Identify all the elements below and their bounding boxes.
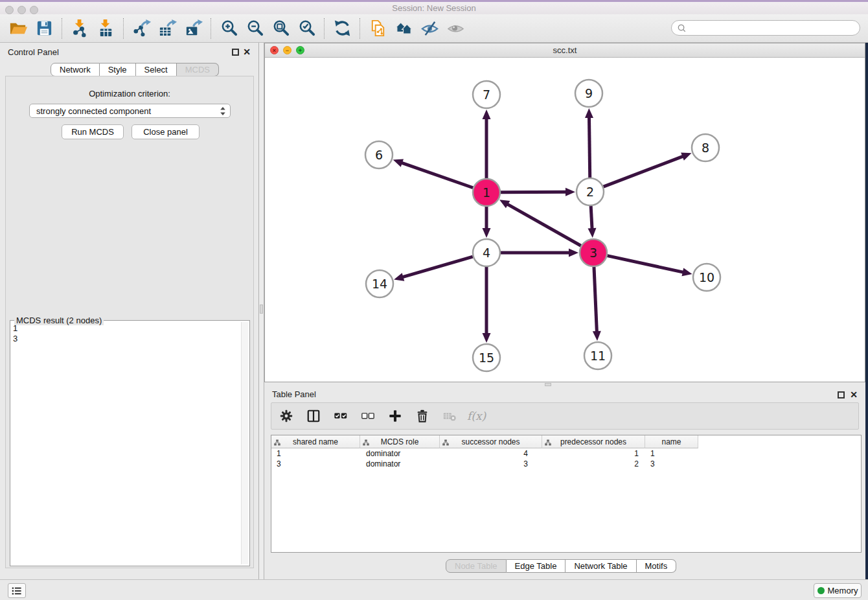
duplicate-network-button[interactable] — [365, 17, 391, 40]
export-network-button[interactable] — [128, 17, 154, 40]
search-box[interactable] — [671, 20, 860, 36]
first-neighbors-button[interactable] — [391, 17, 417, 40]
graph-node-7[interactable]: 7 — [473, 81, 500, 108]
table-panel-float-button[interactable] — [838, 391, 845, 398]
graph-node-8[interactable]: 8 — [692, 134, 719, 161]
column-header-shared-name[interactable]: shared name — [271, 435, 360, 448]
control-panel-close-button[interactable]: ✕ — [243, 47, 251, 57]
hide-selected-button[interactable] — [417, 17, 442, 40]
table-cell[interactable]: 3 — [271, 459, 360, 469]
graph-node-6[interactable]: 6 — [365, 141, 393, 168]
table-cell[interactable]: 1 — [645, 448, 698, 459]
graph-node-11[interactable]: 11 — [584, 342, 611, 369]
column-header-name[interactable]: name — [645, 435, 698, 448]
horizontal-splitter[interactable] — [264, 382, 865, 387]
refresh-layout-button[interactable] — [329, 17, 355, 40]
delete-column-button[interactable] — [414, 408, 431, 424]
tab-style[interactable]: Style — [100, 63, 136, 76]
network-view-window: ×−+ scc.txt 7968124314101511 — [264, 43, 865, 382]
table-cell[interactable]: dominator — [360, 459, 440, 469]
graph-edge-2-3[interactable] — [588, 206, 596, 238]
mcds-result-list[interactable]: 13 — [13, 323, 239, 564]
graph-edge-2-9[interactable] — [585, 108, 593, 178]
memory-button[interactable]: Memory — [814, 583, 862, 598]
export-table-button[interactable] — [154, 17, 180, 40]
table-tab-network-table[interactable]: Network Table — [565, 559, 636, 573]
graph-node-10[interactable]: 10 — [693, 264, 720, 291]
deselect-all-columns-button[interactable] — [360, 408, 376, 424]
graph-edge-1-6[interactable] — [393, 159, 474, 187]
add-column-button[interactable] — [387, 408, 404, 424]
select-all-columns-button[interactable] — [332, 408, 349, 424]
table-cell[interactable]: 1 — [271, 448, 360, 459]
show-all-button[interactable] — [442, 17, 468, 40]
graph-edge-1-4[interactable] — [483, 207, 491, 238]
search-input[interactable] — [689, 23, 854, 33]
table-panel-close-button[interactable]: ✕ — [850, 389, 858, 400]
zoom-selected-button[interactable] — [293, 17, 319, 40]
graph-edge-3-10[interactable] — [607, 256, 692, 277]
network-window-titlebar[interactable]: ×−+ scc.txt — [265, 43, 865, 58]
graph-node-9[interactable]: 9 — [575, 80, 602, 107]
tab-mcds[interactable]: MCDS — [177, 63, 219, 76]
save-session-button[interactable] — [31, 17, 57, 40]
horizontal-splitter-grip[interactable] — [545, 383, 551, 386]
graph-node-15[interactable]: 15 — [473, 344, 500, 371]
network-window-close-button[interactable]: × — [270, 46, 279, 54]
table-tab-edge-table[interactable]: Edge Table — [507, 559, 566, 573]
graph-edge-1-2[interactable] — [501, 188, 575, 196]
graph-node-2[interactable]: 2 — [577, 178, 604, 205]
close-panel-button[interactable]: Close panel — [131, 124, 200, 139]
app-zoom-button[interactable] — [30, 6, 38, 14]
tab-select[interactable]: Select — [136, 63, 177, 76]
control-panel-float-button[interactable] — [232, 49, 239, 56]
network-canvas[interactable]: 7968124314101511 — [265, 58, 865, 382]
table-settings-button[interactable] — [278, 408, 295, 424]
column-header-predecessor-nodes[interactable]: predecessor nodes — [542, 435, 645, 448]
table-cell[interactable]: 1 — [542, 448, 645, 459]
network-window-zoom-button[interactable]: + — [296, 46, 304, 54]
vertical-splitter[interactable] — [259, 43, 264, 579]
delete-table-button[interactable] — [441, 408, 458, 424]
tab-network[interactable]: Network — [51, 63, 100, 76]
table-cell[interactable]: 3 — [645, 459, 698, 469]
function-builder-button[interactable]: f(x) — [468, 408, 485, 424]
result-scrollbar[interactable] — [241, 322, 248, 564]
import-table-button[interactable] — [93, 17, 119, 40]
import-network-button[interactable] — [67, 17, 93, 40]
table-tab-motifs[interactable]: Motifs — [637, 559, 677, 573]
task-history-button[interactable] — [8, 583, 26, 598]
table-cell[interactable]: 4 — [440, 448, 542, 459]
graph-node-1[interactable]: 1 — [473, 179, 500, 206]
app-close-button[interactable] — [5, 6, 14, 14]
network-window-minimize-button[interactable]: − — [283, 46, 291, 54]
open-file-button[interactable] — [5, 17, 31, 40]
table-row[interactable]: 3dominator323 — [271, 459, 861, 469]
column-visibility-button[interactable] — [305, 408, 322, 424]
column-header-successor-nodes[interactable]: successor nodes — [440, 435, 542, 448]
table-tab-node-table[interactable]: Node Table — [446, 559, 507, 573]
graph-node-4[interactable]: 4 — [473, 239, 500, 266]
zoom-fit-button[interactable] — [268, 17, 293, 40]
zoom-in-button[interactable] — [216, 17, 242, 40]
column-header-mcds-role[interactable]: MCDS role — [360, 435, 440, 448]
criterion-dropdown[interactable]: strongly connected component — [29, 104, 231, 118]
graph-node-14[interactable]: 14 — [366, 270, 393, 297]
graph-edge-1-7[interactable] — [483, 110, 491, 178]
table-cell[interactable]: dominator — [360, 448, 440, 459]
app-minimize-button[interactable] — [17, 6, 26, 14]
export-image-button[interactable] — [180, 17, 206, 40]
graph-node-3[interactable]: 3 — [580, 239, 607, 266]
graph-edge-3-11[interactable] — [593, 267, 601, 341]
table-cell[interactable]: 3 — [440, 459, 542, 469]
graph-edge-4-15[interactable] — [483, 267, 491, 343]
zoom-out-button[interactable] — [242, 17, 268, 40]
graph-edge-4-14[interactable] — [394, 257, 473, 281]
vertical-splitter-grip[interactable] — [260, 305, 263, 314]
table-row[interactable]: 1dominator411 — [271, 448, 861, 459]
table-cell[interactable]: 2 — [542, 459, 645, 469]
graph-edge-2-8[interactable] — [604, 152, 692, 187]
run-mcds-button[interactable]: Run MCDS — [62, 124, 124, 139]
graph-edge-4-3[interactable] — [501, 249, 578, 257]
graph-edge-3-1[interactable] — [499, 200, 581, 246]
